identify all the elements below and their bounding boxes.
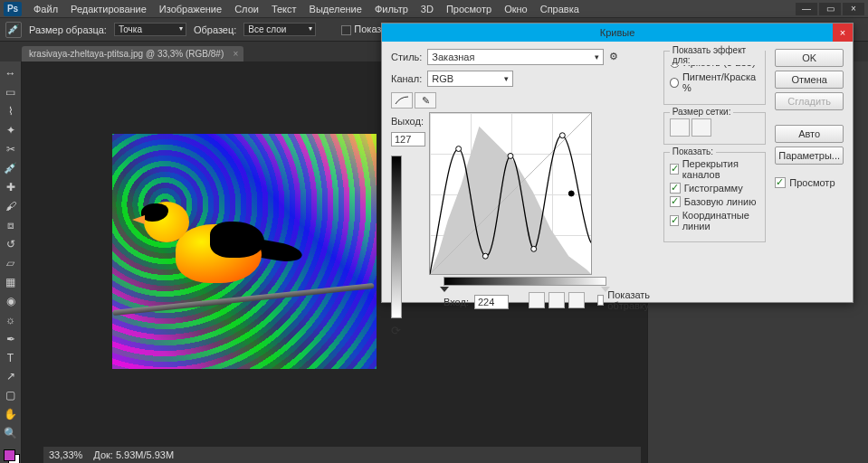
hand-tool[interactable]: ✋ <box>2 406 20 423</box>
smooth-button[interactable]: Сгладить <box>775 92 844 110</box>
input-label: Вход: <box>444 297 469 307</box>
pen-tool[interactable]: ✒ <box>2 330 20 347</box>
wand-tool[interactable]: ✦ <box>2 122 20 139</box>
show-fieldset: Показать: Перекрытия каналов Гистограмму… <box>663 152 767 242</box>
effect-legend: Показать эффект для: <box>670 45 766 65</box>
path-tool[interactable]: ↗ <box>2 368 20 385</box>
document-tab[interactable]: krasivaya-zheltaya-ptitsa.jpg @ 33,3% (R… <box>22 46 243 61</box>
gridsize-fieldset: Размер сетки: <box>663 112 767 145</box>
channel-dropdown[interactable]: RGB <box>427 71 513 87</box>
options-button[interactable]: Параметры... <box>775 146 844 165</box>
crop-tool[interactable]: ✂ <box>2 141 20 158</box>
radio-pigment[interactable]: Пигмент/Краска % <box>670 71 760 93</box>
effect-fieldset: Показать эффект для: Яркость (0-255) Пиг… <box>663 51 767 105</box>
status-bar: 33,33% Док: 5.93M/5.93M <box>43 447 641 463</box>
cycle-icon[interactable]: ⟳ <box>391 324 401 337</box>
menu-layer[interactable]: Слои <box>228 2 265 16</box>
move-tool[interactable]: ↔ <box>2 65 20 82</box>
auto-button[interactable]: Авто <box>775 125 844 143</box>
gray-eyedropper[interactable] <box>548 292 565 308</box>
zoom-tool[interactable]: 🔍 <box>2 425 20 442</box>
input-gradient <box>444 277 606 286</box>
stamp-tool[interactable]: ⧈ <box>2 217 20 234</box>
menu-text[interactable]: Текст <box>265 2 303 16</box>
chk-histogram-label: Гистограмму <box>684 183 743 194</box>
window-minimize[interactable]: — <box>796 3 817 15</box>
sample-size-dropdown[interactable]: Точка <box>114 23 186 36</box>
preset-options-icon[interactable]: ⚙ <box>609 51 622 63</box>
input-input[interactable] <box>474 295 509 309</box>
chk-baseline-label: Базовую линию <box>684 196 757 207</box>
shape-tool[interactable]: ▢ <box>2 387 20 404</box>
dodge-tool[interactable]: ☼ <box>2 311 20 328</box>
dialog-close-button[interactable]: × <box>833 24 853 42</box>
marquee-tool[interactable]: ▭ <box>2 84 20 101</box>
style-dropdown[interactable]: Заказная <box>427 49 604 65</box>
menu-3d[interactable]: 3D <box>415 2 440 16</box>
blur-tool[interactable]: ◉ <box>2 292 20 309</box>
svg-point-5 <box>559 133 565 138</box>
edit-points-button[interactable] <box>391 92 413 109</box>
preview-label: Просмотр <box>789 177 835 188</box>
grid-small-button[interactable] <box>692 118 711 137</box>
show-clipping-checkbox[interactable] <box>597 295 604 306</box>
svg-line-0 <box>430 113 591 274</box>
sample-size-label: Размер образца: <box>29 24 107 35</box>
show-legend: Показать: <box>670 146 716 156</box>
menu-image[interactable]: Изображение <box>153 2 228 16</box>
document-image <box>112 134 377 369</box>
black-eyedropper[interactable] <box>529 292 545 308</box>
eyedropper-tool[interactable]: 💉 <box>2 160 20 177</box>
output-gradient <box>391 156 402 318</box>
history-brush-tool[interactable]: ↺ <box>2 235 20 252</box>
doc-size: Док: 5.93M/5.93M <box>93 449 174 460</box>
dialog-title: Кривые <box>600 27 635 38</box>
window-close[interactable]: × <box>843 3 864 15</box>
menu-edit[interactable]: Редактирование <box>64 2 153 16</box>
show-rings-checkbox[interactable] <box>341 25 351 35</box>
draw-curve-button[interactable]: ✎ <box>415 92 436 109</box>
chk-coord[interactable] <box>670 215 679 226</box>
output-input[interactable] <box>391 132 425 146</box>
gridsize-legend: Размер сетки: <box>670 107 734 117</box>
zoom-value: 33,33% <box>49 449 82 460</box>
heal-tool[interactable]: ✚ <box>2 179 20 196</box>
white-point-slider[interactable] <box>601 287 610 292</box>
menu-select[interactable]: Выделение <box>303 2 368 16</box>
svg-point-3 <box>508 154 513 159</box>
curves-dialog: Кривые × Стиль: Заказная ⚙ Канал: RGB ✎ … <box>381 23 854 303</box>
dialog-title-bar[interactable]: Кривые × <box>382 24 853 42</box>
chk-baseline[interactable] <box>670 196 681 207</box>
eraser-tool[interactable]: ▱ <box>2 254 20 271</box>
cancel-button[interactable]: Отмена <box>775 71 844 89</box>
window-maximize[interactable]: ▭ <box>819 3 841 15</box>
svg-point-4 <box>531 246 537 251</box>
chk-overlay[interactable] <box>670 164 679 175</box>
eyedropper-tool-icon[interactable]: 💉 <box>5 22 22 38</box>
gradient-tool[interactable]: ▦ <box>2 273 20 290</box>
black-point-slider[interactable] <box>440 287 449 292</box>
preview-checkbox[interactable] <box>775 177 786 188</box>
chk-histogram[interactable] <box>670 183 681 194</box>
curve-line <box>430 113 591 274</box>
menu-file[interactable]: Файл <box>27 2 64 16</box>
style-label: Стиль: <box>391 52 422 62</box>
show-clipping-label: Показать обтравку <box>607 289 653 311</box>
menu-view[interactable]: Просмотр <box>440 2 498 16</box>
lasso-tool[interactable]: ⌇ <box>2 103 20 120</box>
svg-point-2 <box>482 253 488 259</box>
sample-layers-dropdown[interactable]: Все слои <box>243 23 316 36</box>
menu-filter[interactable]: Фильтр <box>368 2 415 16</box>
brush-tool[interactable]: 🖌 <box>2 198 20 215</box>
menu-window[interactable]: Окно <box>498 2 534 16</box>
grid-large-button[interactable] <box>670 118 690 137</box>
type-tool[interactable]: T <box>2 349 20 366</box>
output-label: Выход: <box>391 116 424 127</box>
toolbox: ↔ ▭ ⌇ ✦ ✂ 💉 ✚ 🖌 ⧈ ↺ ▱ ▦ ◉ ☼ ✒ T ↗ ▢ ✋ 🔍 <box>0 61 22 463</box>
color-swatches[interactable] <box>4 449 18 463</box>
curves-graph[interactable] <box>429 112 592 275</box>
chk-coord-label: Координатные линии <box>682 210 760 232</box>
menu-help[interactable]: Справка <box>534 2 586 16</box>
ok-button[interactable]: OK <box>775 49 844 67</box>
white-eyedropper[interactable] <box>568 292 585 308</box>
